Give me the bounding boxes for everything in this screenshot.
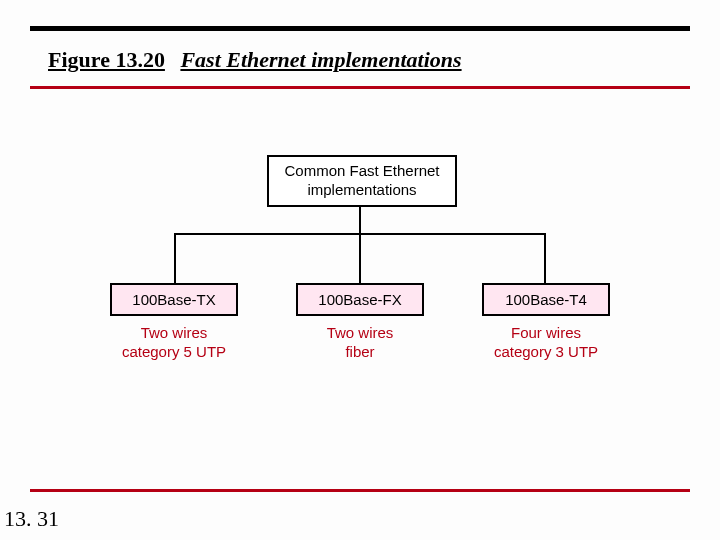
leaf-node-t4: 100Base-T4 Four wires category 3 UTP [482,283,610,362]
connector [359,205,361,233]
leaf-node-tx: 100Base-TX Two wires category 5 UTP [110,283,238,362]
page-number: 13. 31 [4,506,59,532]
connector [359,233,361,283]
top-rule [30,26,690,31]
leaf-node-fx: 100Base-FX Two wires fiber [296,283,424,362]
root-line1: Common Fast Ethernet [269,162,455,181]
leaf-desc: Two wires fiber [296,324,424,362]
leaf-desc-line2: category 3 UTP [494,343,598,360]
leaf-desc-line1: Two wires [141,324,208,341]
figure-caption: Fast Ethernet implementations [180,47,461,72]
leaf-desc: Four wires category 3 UTP [482,324,610,362]
leaf-label: 100Base-T4 [482,283,610,316]
connector [174,233,176,283]
figure-title: Figure 13.20 Fast Ethernet implementatio… [48,48,462,72]
leaf-desc-line1: Two wires [327,324,394,341]
bottom-rule [30,489,690,492]
leaf-label: 100Base-FX [296,283,424,316]
leaf-label: 100Base-TX [110,283,238,316]
leaf-desc-line2: fiber [345,343,374,360]
figure-label: Figure 13.20 [48,47,165,72]
slide: Figure 13.20 Fast Ethernet implementatio… [0,0,720,540]
leaf-desc-line2: category 5 UTP [122,343,226,360]
hierarchy-diagram: Common Fast Ethernet implementations 100… [0,155,720,415]
root-line2: implementations [269,181,455,200]
title-underline [30,86,690,89]
leaf-desc: Two wires category 5 UTP [110,324,238,362]
connector [544,233,546,283]
root-node: Common Fast Ethernet implementations [267,155,457,207]
leaf-desc-line1: Four wires [511,324,581,341]
